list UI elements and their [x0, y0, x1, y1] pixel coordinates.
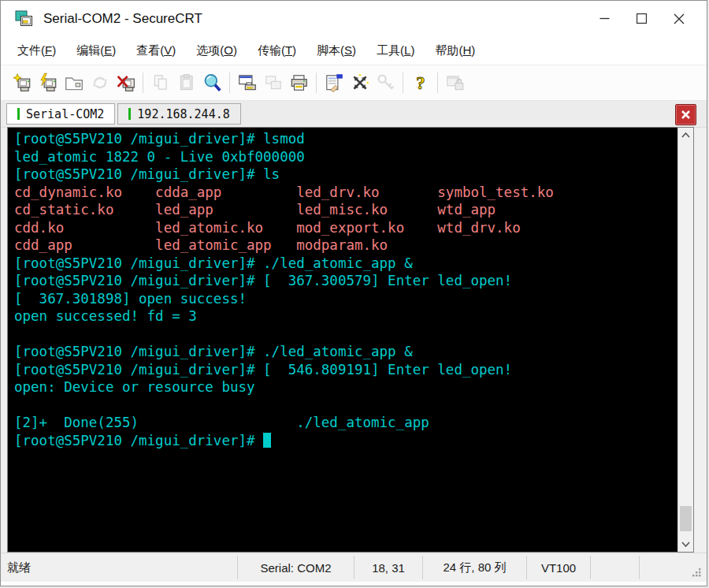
- status-terminal-size: 24 行, 80 列: [423, 553, 526, 582]
- close-tab-icon: [681, 110, 691, 120]
- tab-bar: Serial-COM2192.168.244.8: [1, 101, 707, 128]
- maximize-icon: [637, 13, 647, 24]
- terminal-line: [root@S5PV210 /migui_driver]#: [14, 432, 677, 450]
- menu-bar: 文件(F)编辑(E)查看(V)选项(O)传输(T)脚本(S)工具(L)帮助(H): [1, 36, 707, 65]
- terminal-line: [root@S5PV210 /migui_driver]# [ 546.8091…: [14, 361, 677, 379]
- maximize-button[interactable]: [623, 1, 660, 36]
- scroll-down-button[interactable]: [678, 537, 693, 552]
- menu-item-view[interactable]: 查看(V): [126, 39, 186, 62]
- lock-session-icon: [445, 73, 466, 93]
- disconnect-icon: [116, 73, 136, 93]
- connect-in-tab-icon: [64, 73, 84, 93]
- tab-serial-com2[interactable]: Serial-COM2: [6, 103, 115, 125]
- find-button[interactable]: [199, 70, 225, 96]
- session-connected-indicator: [17, 108, 20, 120]
- key-agent-icon: [376, 73, 396, 93]
- terminal-line: open: Device or resource busy: [14, 378, 677, 396]
- menu-item-file[interactable]: 文件(F): [7, 39, 66, 62]
- terminal-line: [root@S5PV210 /migui_driver]# ls: [14, 166, 677, 184]
- window-bottom-edge: [1, 582, 707, 586]
- print-icon: [289, 73, 310, 93]
- close-icon: [674, 13, 685, 24]
- menu-item-tools[interactable]: 工具(L): [366, 39, 425, 62]
- tab-label: Serial-COM2: [26, 107, 104, 121]
- terminal-line: cd_dynamic.ko cdda_app led_drv.ko symbol…: [14, 184, 677, 202]
- terminal-line: [root@S5PV210 /migui_driver]# lsmod: [14, 130, 677, 148]
- disconnect-button[interactable]: [113, 70, 139, 96]
- minimize-button[interactable]: [586, 1, 623, 36]
- new-session-button[interactable]: [9, 70, 35, 96]
- session-options-icon: [324, 73, 344, 93]
- session-connected-indicator: [128, 108, 131, 120]
- window-title: Serial-COM2 - SecureCRT: [43, 11, 586, 27]
- toolbar: [1, 65, 707, 101]
- status-empty-2: [640, 553, 675, 582]
- status-serial: Serial: COM2: [238, 553, 354, 582]
- terminal-line: cd_static.ko led_app led_misc.ko wtd_app: [14, 201, 677, 219]
- paste-icon: [176, 73, 197, 93]
- lock-session-button: [442, 70, 468, 96]
- terminal-line: [root@S5PV210 /migui_driver]# ./led_atom…: [14, 255, 677, 273]
- menu-item-options[interactable]: 选项(O): [186, 39, 247, 62]
- print-button[interactable]: [286, 70, 312, 96]
- tab-192-168-244-8[interactable]: 192.168.244.8: [117, 103, 240, 125]
- close-tab-button[interactable]: [675, 104, 696, 125]
- resize-grip-icon: [691, 567, 702, 578]
- chevron-up-icon: [681, 132, 690, 138]
- terminal-line: cdd_app led_atomic_app modparam.ko: [14, 236, 677, 255]
- run-script-button[interactable]: [347, 70, 373, 96]
- status-empty-1: [591, 553, 639, 582]
- app-icon: [15, 10, 35, 28]
- terminal-line: open successed! fd = 3: [14, 307, 677, 326]
- status-cells: 就绪Serial: COM218, 3124 行, 80 列VT100: [1, 553, 675, 582]
- reconnect-icon: [90, 73, 110, 93]
- menu-item-transfer[interactable]: 传输(T): [247, 39, 306, 62]
- terminal-line: [14, 326, 677, 344]
- terminal-line: [root@S5PV210 /migui_driver]# ./led_atom…: [14, 343, 677, 361]
- window-controls: [586, 1, 697, 36]
- minimize-icon: [599, 13, 610, 24]
- menu-item-script[interactable]: 脚本(S): [306, 39, 366, 62]
- tab-label: 192.168.244.8: [137, 107, 229, 121]
- status-ready: 就绪: [1, 553, 237, 582]
- terminal-line: led_atomic 1822 0 - Live 0xbf000000: [14, 148, 677, 166]
- status-bar: 就绪Serial: COM218, 3124 行, 80 列VT100: [1, 553, 707, 582]
- terminal-screen[interactable]: [root@S5PV210 /migui_driver]# lsmodled_a…: [8, 128, 677, 552]
- reconnect-button: [87, 70, 113, 96]
- print-selection-icon: [263, 73, 284, 93]
- title-bar: Serial-COM2 - SecureCRT: [1, 1, 707, 36]
- menu-item-edit[interactable]: 编辑(E): [66, 39, 126, 62]
- securecrt-window: Serial-COM2 - SecureCRT 文件(F)编辑(E)查看(V)选…: [0, 0, 707, 586]
- menu-item-help[interactable]: 帮助(H): [425, 39, 485, 62]
- connect-in-tab-button[interactable]: [61, 70, 87, 96]
- toolbar-separator: [229, 73, 230, 93]
- terminal-line: cdd.ko led_atomic.ko mod_export.ko wtd_d…: [14, 219, 677, 237]
- toolbar-separator: [437, 73, 438, 93]
- quick-connect-button[interactable]: [35, 70, 61, 96]
- find-icon: [202, 73, 223, 93]
- status-emulation: VT100: [527, 553, 590, 582]
- copy-button: [147, 70, 173, 96]
- run-script-icon: [350, 73, 370, 93]
- terminal-line: [14, 396, 677, 415]
- session-tabs: Serial-COM2192.168.244.8: [6, 101, 243, 127]
- print-screen-button[interactable]: [234, 70, 260, 96]
- resize-grip[interactable]: [675, 553, 707, 582]
- close-button[interactable]: [660, 1, 697, 36]
- toolbar-separator: [316, 73, 317, 93]
- terminal-scrollbar[interactable]: [677, 128, 693, 552]
- new-session-icon: [12, 73, 32, 93]
- session-options-button[interactable]: [321, 70, 347, 96]
- scrollbar-track[interactable]: [678, 143, 693, 537]
- paste-button: [173, 70, 199, 96]
- print-selection-button: [260, 70, 286, 96]
- scrollbar-thumb[interactable]: [680, 506, 692, 531]
- scroll-up-button[interactable]: [678, 128, 693, 143]
- terminal-line: [ 367.301898] open success!: [14, 290, 677, 308]
- terminal-cursor: [263, 433, 271, 448]
- quick-connect-icon: [38, 73, 58, 93]
- help-icon: [410, 73, 431, 93]
- help-button[interactable]: [407, 70, 433, 96]
- terminal-line: [root@S5PV210 /migui_driver]# [ 367.3005…: [14, 272, 677, 290]
- toolbar-separator: [143, 73, 143, 93]
